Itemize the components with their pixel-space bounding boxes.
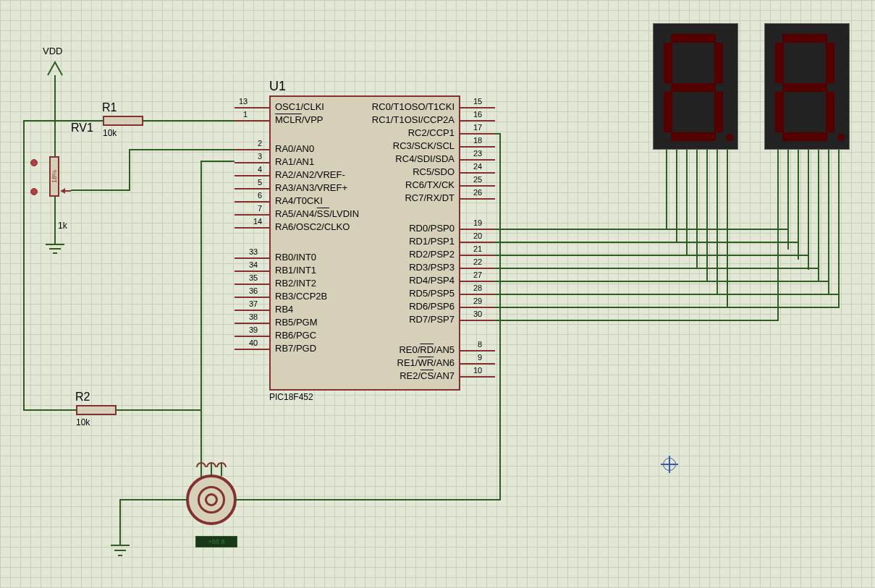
pin-num: 27: [473, 270, 482, 279]
pin-num: 17: [473, 123, 482, 132]
wire: [696, 199, 698, 269]
wire: [119, 499, 187, 500]
wire: [23, 120, 55, 122]
pin-label: RA6/OSC2/CLKO: [275, 221, 350, 232]
wire: [119, 499, 121, 542]
wire: [808, 150, 809, 270]
pin-label: RD0/PSP0: [409, 223, 455, 234]
pin-num: 16: [473, 110, 482, 119]
wire: [495, 294, 717, 295]
wire: [686, 189, 688, 256]
pin-num: 25: [473, 175, 482, 184]
origin-marker: [663, 458, 676, 471]
pin-num: 24: [473, 162, 482, 171]
svg-marker-1: [61, 188, 65, 194]
pin-label: RC0/T1OSO/T1CKI: [372, 101, 455, 112]
wire: [495, 242, 676, 243]
pin-label: RC2/CCP1: [408, 127, 455, 138]
pin-label: RA0/AN0: [275, 143, 314, 154]
wire: [818, 150, 819, 280]
wire: [828, 150, 829, 290]
wire: [200, 161, 234, 162]
pin-num: 8: [478, 340, 482, 349]
resistor-r1[interactable]: [103, 116, 143, 126]
pin-label: MCLR/VPP: [275, 114, 323, 125]
resistor-r2[interactable]: [76, 405, 117, 415]
wire: [495, 320, 777, 321]
wire: [717, 294, 838, 295]
wire: [706, 281, 828, 282]
pin-num: 18: [473, 136, 482, 145]
pin-label: RD6/PSP6: [409, 301, 455, 312]
pin-label: RB3/CCP2B: [275, 291, 327, 302]
pin-num: 35: [249, 273, 258, 282]
wire: [235, 499, 501, 500]
pin-num: 22: [473, 257, 482, 266]
wire: [666, 169, 667, 230]
pin-num: 36: [249, 286, 258, 295]
pin-label: RB7/PGD: [275, 343, 316, 354]
wire: [696, 268, 818, 269]
pin-num: 9: [478, 353, 482, 362]
wire: [71, 189, 130, 191]
wire: [828, 281, 829, 295]
seven-segment-display-1[interactable]: [653, 23, 738, 150]
r1-value: 10k: [103, 128, 117, 138]
pin-num: 29: [473, 297, 482, 305]
pin-label: RB0/INT0: [275, 252, 316, 263]
rv1-setting: 18%: [35, 171, 73, 182]
wire: [706, 209, 708, 282]
seven-segment-display-2[interactable]: [764, 23, 850, 150]
pin-label: RD7/PSP7: [409, 314, 455, 325]
u1-ref: U1: [269, 79, 286, 94]
pin-num: 19: [473, 218, 482, 227]
gnd-symbol: [109, 541, 131, 561]
pin-num: 37: [249, 299, 258, 308]
pin-num: 2: [258, 139, 262, 148]
pin-num: 3: [258, 152, 262, 161]
rv1-ref: RV1: [71, 122, 93, 135]
wire: [129, 149, 130, 191]
pin-num: 38: [249, 312, 258, 321]
pin-label: RA5/AN4/SS/LVDIN: [275, 208, 359, 219]
pin-num: 26: [473, 188, 482, 197]
pin-num: 33: [249, 247, 258, 256]
pin-num: 39: [249, 325, 258, 334]
motor-terminal-arcs: [195, 461, 227, 469]
pin-label: RE2/CS/AN7: [400, 370, 455, 381]
wire: [838, 294, 840, 308]
pin-num: 6: [258, 191, 262, 200]
wire: [818, 268, 819, 282]
wire: [686, 255, 808, 256]
pin-label: RC3/SCK/SCL: [393, 140, 455, 151]
u1-part: PIC18F452: [269, 392, 313, 402]
wire: [495, 255, 686, 256]
wire: [666, 229, 787, 230]
pin-num: 4: [258, 165, 262, 174]
wire: [727, 150, 728, 229]
wire: [495, 229, 666, 230]
potentiometer-rv1[interactable]: 18%: [49, 156, 59, 197]
pin-label: RC4/SDI/SDA: [395, 153, 455, 164]
pin-num: 34: [249, 260, 258, 269]
pin-label: RA1/AN1: [275, 156, 314, 167]
motor-rpm-readout: +88.8: [195, 536, 237, 547]
pin-label: RA2/AN2/VREF-: [275, 169, 345, 180]
schematic-canvas[interactable]: VDD R1 10k RV1 18% 1k R2 10k +88.8: [0, 0, 875, 588]
r2-value: 10k: [76, 417, 90, 427]
pin-num: 5: [258, 178, 262, 187]
pin-label: RD2/PSP2: [409, 249, 455, 260]
pin-label: RB4: [275, 304, 293, 315]
r2-ref: R2: [75, 391, 90, 404]
pin-label: RB6/PGC: [275, 330, 316, 341]
wire: [495, 307, 727, 308]
pin-num: 15: [473, 97, 482, 106]
dc-motor[interactable]: [186, 474, 237, 525]
wire: [143, 120, 234, 122]
pin-num: 1: [243, 110, 248, 119]
pin-num: 14: [253, 217, 262, 226]
probe-dot: [30, 159, 38, 166]
r1-ref: R1: [102, 101, 117, 114]
wire: [495, 268, 696, 269]
pin-label: RE1/WR/AN6: [397, 357, 455, 368]
